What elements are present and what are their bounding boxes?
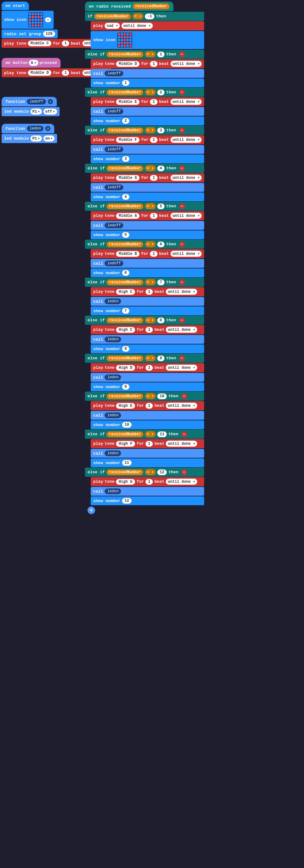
show-num-val[interactable]: 4 xyxy=(122,194,129,200)
beat-val[interactable]: 1 xyxy=(145,479,153,485)
until-done-drop[interactable]: until done ▾ xyxy=(170,61,202,67)
play-tone-block-6-0[interactable]: play tone Middle B for 1 beat until done… xyxy=(91,249,204,258)
radio-group-value[interactable]: 128 xyxy=(43,31,55,37)
beat-val[interactable]: 1 xyxy=(145,365,153,371)
tone-val[interactable]: High F xyxy=(116,441,135,447)
show-number-block-8-2[interactable]: show number 8 xyxy=(91,344,204,353)
else-if-row-9[interactable]: else ifreceivedNumber= ▾9then− xyxy=(85,353,204,363)
else-if-row-10[interactable]: else ifreceivedNumber= ▾10then− xyxy=(85,392,204,401)
minus-btn-10[interactable]: − xyxy=(181,394,187,399)
until-done-drop[interactable]: until done ▾ xyxy=(170,137,202,143)
show-num-val[interactable]: 2 xyxy=(122,118,129,124)
play-sad-block[interactable]: play sad ▾ until done ▾ xyxy=(91,21,204,30)
tone-val[interactable]: High C xyxy=(116,289,135,295)
cond-value-1[interactable]: 1 xyxy=(157,52,165,57)
beat-val[interactable]: 1 xyxy=(150,99,157,105)
show-num-val[interactable]: 1 xyxy=(122,80,129,86)
eq-dropdown-11[interactable]: = ▾ xyxy=(145,431,156,437)
minus-btn-5[interactable]: − xyxy=(179,204,185,209)
else-if-row-1[interactable]: else ifreceivedNumber= ▾1then− xyxy=(85,50,204,59)
eq-dropdown-2[interactable]: = ▾ xyxy=(145,89,156,95)
beat-val[interactable]: 1 xyxy=(150,175,157,181)
cond-value-5[interactable]: 5 xyxy=(157,204,165,209)
minus-btn-12[interactable]: − xyxy=(181,469,187,475)
led-pin-dropdown[interactable]: P1▾ xyxy=(30,108,42,115)
show-num-val[interactable]: 11 xyxy=(122,460,132,466)
cond-value-6[interactable]: 6 xyxy=(157,242,165,247)
collapse-ledoff-btn[interactable]: ∧ xyxy=(48,99,53,104)
show-icon-dropdown-icon[interactable]: ▾ xyxy=(45,18,51,22)
play-tone-block-3-0[interactable]: play tone Middle F for 1 beat until done… xyxy=(91,135,204,144)
beat-val[interactable]: 1 xyxy=(150,251,157,257)
minus-btn-4[interactable]: − xyxy=(179,165,185,171)
tone-val[interactable]: Middle F xyxy=(116,137,139,143)
eq-dropdown-5[interactable]: = ▾ xyxy=(145,203,156,209)
cond-value-2[interactable]: 2 xyxy=(157,90,165,95)
else-if-row-8[interactable]: else ifreceivedNumber= ▾8then− xyxy=(85,316,204,325)
btn-beat-value[interactable]: 1 xyxy=(62,70,69,76)
play-tone-block-9-0[interactable]: play tone High D for 1 beat until done ▾ xyxy=(91,363,204,372)
eq-dropdown-3[interactable]: = ▾ xyxy=(145,127,156,133)
else-if-row-4[interactable]: else ifreceivedNumber= ▾4then− xyxy=(85,164,204,173)
eq-dropdown-9[interactable]: = ▾ xyxy=(145,355,156,361)
if-row-0[interactable]: if receivedNumber = ▾ -1 then xyxy=(85,12,204,21)
eq-dropdown-6[interactable]: = ▾ xyxy=(145,241,156,247)
cond-value-4[interactable]: 4 xyxy=(157,165,165,171)
show-number-block-11-2[interactable]: show number 11 xyxy=(91,458,204,467)
tone-val[interactable]: Middle G xyxy=(116,175,139,181)
play-tone-block-7-0[interactable]: play tone High C for 1 beat until done ▾ xyxy=(91,287,204,296)
button-value-dropdown[interactable]: A▾ xyxy=(29,60,38,66)
beat-val[interactable]: 1 xyxy=(145,403,153,409)
show-num-val[interactable]: 5 xyxy=(122,232,129,238)
minus-btn-6[interactable]: − xyxy=(179,242,185,247)
tone-val[interactable]: High D xyxy=(116,365,135,371)
tone-val[interactable]: High C xyxy=(116,327,135,333)
call-block-3-1[interactable]: call ledoff xyxy=(91,145,204,154)
show-num-val[interactable]: 3 xyxy=(122,156,129,162)
show-number-block-3-2[interactable]: show number 3 xyxy=(91,154,204,163)
play-tone-block-12-0[interactable]: play tone High G for 1 beat until done ▾ xyxy=(91,477,204,486)
cond-value-3[interactable]: 3 xyxy=(157,128,165,133)
show-num-val[interactable]: 8 xyxy=(122,346,129,352)
until-done-0[interactable]: until done ▾ xyxy=(121,23,153,29)
beat-val[interactable]: 1 xyxy=(145,327,153,333)
tone-val[interactable]: High E xyxy=(116,403,135,409)
tone-val[interactable]: Middle A xyxy=(116,213,139,219)
cond-value-0[interactable]: -1 xyxy=(145,13,155,19)
eq-dropdown-12[interactable]: = ▾ xyxy=(145,469,156,475)
led-off-block[interactable]: led module P1▾ off▾ xyxy=(2,107,60,116)
tone-pill[interactable]: Middle C xyxy=(28,40,51,46)
show-num-val[interactable]: 10 xyxy=(122,422,132,428)
call-block-7-1[interactable]: call ledon xyxy=(91,297,204,306)
show-num-val[interactable]: 7 xyxy=(122,308,129,314)
function-ledoff-hat[interactable]: function ledoff ∧ xyxy=(2,97,57,106)
until-done-drop[interactable]: until done ▾ xyxy=(166,327,197,333)
else-if-row-6[interactable]: else ifreceivedNumber= ▾6then− xyxy=(85,240,204,249)
eq-dropdown-7[interactable]: = ▾ xyxy=(145,279,156,285)
plus-button[interactable]: + xyxy=(87,506,95,514)
collapse-ledon-btn[interactable]: ∧ xyxy=(45,126,50,131)
play-tone-block-8-0[interactable]: play tone High C for 1 beat until done ▾ xyxy=(91,325,204,334)
play-tone-block-1-0[interactable]: play tone Middle D for 1 beat until done… xyxy=(91,59,204,68)
beat-val[interactable]: 1 xyxy=(150,213,157,219)
eq-dropdown-8[interactable]: = ▾ xyxy=(145,317,156,323)
beat-val[interactable]: 1 xyxy=(145,289,153,295)
eq-dropdown-10[interactable]: = ▾ xyxy=(145,393,156,399)
beat-val[interactable]: 1 xyxy=(150,61,157,67)
tone-val[interactable]: Middle E xyxy=(116,99,139,105)
show-number-block-1-2[interactable]: show number 1 xyxy=(91,79,204,87)
cond-value-7[interactable]: 7 xyxy=(157,280,165,285)
minus-btn-8[interactable]: − xyxy=(179,317,185,323)
until-done-drop[interactable]: until done ▾ xyxy=(166,403,197,409)
cond-value-11[interactable]: 11 xyxy=(157,431,167,437)
minus-btn-7[interactable]: − xyxy=(179,280,185,285)
eq-dropdown-4[interactable]: = ▾ xyxy=(145,165,156,171)
beat-value[interactable]: 1 xyxy=(62,40,69,46)
call-block-10-1[interactable]: call ledon xyxy=(91,411,204,420)
btn-tone-pill[interactable]: Middle D xyxy=(28,70,51,76)
radio-received-hat[interactable]: on radio received receivedNumber xyxy=(85,2,173,11)
play-tone-block-2-0[interactable]: play tone Middle E for 1 beat until done… xyxy=(91,97,204,106)
else-if-row-7[interactable]: else ifreceivedNumber= ▾7then− xyxy=(85,278,204,287)
tone-val[interactable]: Middle B xyxy=(116,251,139,257)
call-block-2-1[interactable]: call ledoff xyxy=(91,107,204,116)
